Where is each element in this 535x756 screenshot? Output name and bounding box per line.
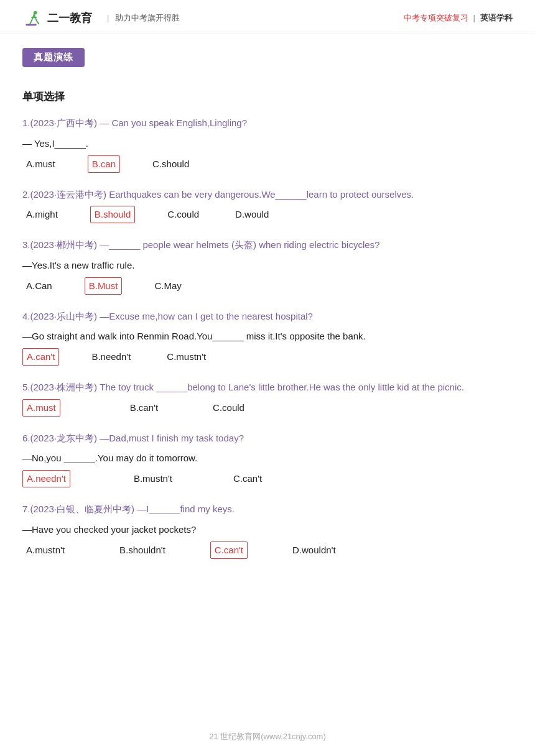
page-header: 二一教育 | 助力中考旗开得胜 中考专项突破复习 | 英语学科 xyxy=(0,0,535,34)
q2-num: 2.(2023·连云港中考) xyxy=(22,189,106,200)
q3-options: A.Can B.Must C.May xyxy=(22,277,513,295)
logo-text: 二一教育 xyxy=(47,9,92,27)
logo-icon xyxy=(22,9,41,27)
q1-num: 1.(2023·广西中考) xyxy=(22,118,97,128)
q6-dialog: —No,you ______.You may do it tomorrow. xyxy=(22,449,513,466)
question-5: 5.(2023·株洲中考) The toy truck ______belong… xyxy=(22,379,513,417)
q6-num: 6.(2023·龙东中考) xyxy=(22,433,97,443)
q7-stem: 7.(2023·白银、临夏州中考) —I______find my keys. xyxy=(22,501,513,517)
header-right: 中考专项突破复习 | 英语学科 xyxy=(404,12,513,25)
section-title: 单项选择 xyxy=(22,88,513,105)
q2-opt-c: C.could xyxy=(164,206,203,223)
q5-stem: 5.(2023·株洲中考) The toy truck ______belong… xyxy=(22,379,513,395)
main-content: 单项选择 1.(2023·广西中考) — Can you speak Engli… xyxy=(0,73,535,597)
logo-slogan: | 助力中考旗开得胜 xyxy=(103,12,180,25)
q3-opt-b: B.Must xyxy=(85,277,123,295)
q1-options: A.must B.can C.should xyxy=(22,155,513,173)
header-label: 中考专项突破复习 xyxy=(404,12,468,25)
question-4: 4.(2023·乐山中考) —Excuse me,how can I get t… xyxy=(22,308,513,366)
q7-dialog: —Have you checked your jacket pockets? xyxy=(22,521,513,538)
q2-opt-b: B.should xyxy=(90,206,135,223)
q3-stem-text: —______ people wear helmets (头盔) when ri… xyxy=(100,239,379,250)
q2-opt-a: A.might xyxy=(22,206,62,223)
footer-text: 21 世纪教育网(www.21cnjy.com) xyxy=(209,732,326,741)
q6-stem-text: —Dad,must I finish my task today? xyxy=(100,433,244,443)
logo-area: 二一教育 | 助力中考旗开得胜 xyxy=(22,9,180,27)
q4-options: A.can't B.needn't C.mustn't xyxy=(22,348,513,366)
q4-stem-text: —Excuse me,how can I get to the nearest … xyxy=(100,311,313,321)
q1-opt-a: A.must xyxy=(22,155,59,173)
q1-opt-c: C.should xyxy=(149,155,193,173)
q2-options: A.might B.should C.could D.would xyxy=(22,206,513,223)
q2-stem-text: Earthquakes can be very dangerous.We____… xyxy=(109,189,414,200)
q1-dialog: — Yes,I______. xyxy=(22,135,513,152)
q3-dialog: —Yes.It's a new traffic rule. xyxy=(22,257,513,274)
q7-opt-c: C.can't xyxy=(210,542,248,559)
q6-opt-a: A.needn't xyxy=(22,470,70,487)
svg-rect-1 xyxy=(26,24,37,25)
question-6: 6.(2023·龙东中考) —Dad,must I finish my task… xyxy=(22,430,513,488)
q7-opt-d: D.wouldn't xyxy=(289,542,340,559)
q5-stem-text: The toy truck ______belong to Lane's lit… xyxy=(100,382,464,392)
q7-stem-text: —I______find my keys. xyxy=(137,504,235,514)
header-divider: | xyxy=(473,12,475,25)
q4-opt-c: C.mustn't xyxy=(163,348,210,366)
q6-opt-c: C.can't xyxy=(230,470,266,487)
q5-num: 5.(2023·株洲中考) xyxy=(22,382,97,392)
q4-num: 4.(2023·乐山中考) xyxy=(22,311,97,321)
page-footer: 21 世纪教育网(www.21cnjy.com) xyxy=(0,719,535,750)
q1-stem: 1.(2023·广西中考) — Can you speak English,Li… xyxy=(22,115,513,131)
q4-dialog: —Go straight and walk into Renmin Road.Y… xyxy=(22,328,513,344)
q3-opt-c: C.May xyxy=(151,277,185,295)
q1-stem-text: — Can you speak English,Lingling? xyxy=(100,118,247,128)
q1-opt-b: B.can xyxy=(88,155,120,173)
q3-stem: 3.(2023·郴州中考) —______ people wear helmet… xyxy=(22,237,513,253)
q7-opt-b: B.shouldn't xyxy=(116,542,169,559)
q7-options: A.mustn't B.shouldn't C.can't D.wouldn't xyxy=(22,542,513,559)
q2-opt-d: D.would xyxy=(231,206,272,223)
question-7: 7.(2023·白银、临夏州中考) —I______find my keys. … xyxy=(22,501,513,559)
q4-opt-b: B.needn't xyxy=(88,348,134,366)
q5-opt-c: C.could xyxy=(209,399,248,417)
question-3: 3.(2023·郴州中考) —______ people wear helmet… xyxy=(22,237,513,295)
q2-stem: 2.(2023·连云港中考) Earthquakes can be very d… xyxy=(22,187,513,203)
q6-opt-b: B.mustn't xyxy=(130,470,176,487)
q4-opt-a: A.can't xyxy=(22,348,59,366)
q5-opt-b: B.can't xyxy=(126,399,162,417)
banner-button[interactable]: 真题演练 xyxy=(22,48,85,67)
banner: 真题演练 xyxy=(0,34,535,73)
q5-opt-a: A.must xyxy=(22,399,60,417)
q6-options: A.needn't B.mustn't C.can't xyxy=(22,470,513,487)
q3-opt-a: A.Can xyxy=(22,277,56,295)
q6-stem: 6.(2023·龙东中考) —Dad,must I finish my task… xyxy=(22,430,513,446)
q4-stem: 4.(2023·乐山中考) —Excuse me,how can I get t… xyxy=(22,308,513,325)
q7-num: 7.(2023·白银、临夏州中考) xyxy=(22,504,134,514)
q5-options: A.must B.can't C.could xyxy=(22,399,513,417)
question-1: 1.(2023·广西中考) — Can you speak English,Li… xyxy=(22,115,513,173)
header-subject: 英语学科 xyxy=(480,12,513,25)
q7-opt-a: A.mustn't xyxy=(22,542,68,559)
q3-num: 3.(2023·郴州中考) xyxy=(22,239,97,250)
question-2: 2.(2023·连云港中考) Earthquakes can be very d… xyxy=(22,187,513,224)
